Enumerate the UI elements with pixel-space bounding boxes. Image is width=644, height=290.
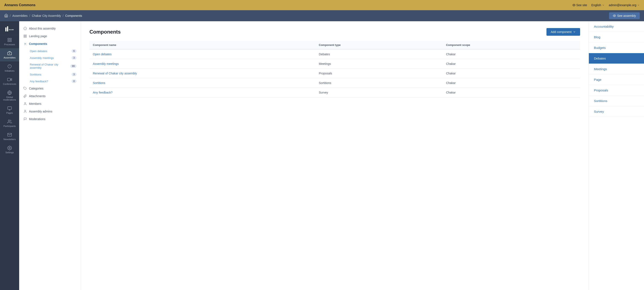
icon-sidebar: decidim Processes Assemblies Initiatives… — [0, 21, 19, 290]
col-component-name: Component name — [90, 41, 316, 49]
component-name-link[interactable]: Assembly meetings — [93, 62, 118, 65]
component-name-link[interactable]: Renewal of Chakar city assembly — [93, 72, 137, 75]
component-name-cell: Assembly meetings — [90, 59, 316, 69]
add-component-button[interactable]: Add component — [546, 28, 580, 36]
global-moderations-icon — [7, 90, 12, 95]
component-type-cell: Sortitions — [316, 78, 442, 88]
chakar-assembly-breadcrumb[interactable]: Chakar City Assembly — [32, 14, 61, 17]
language-link[interactable]: English — [592, 3, 604, 7]
nav-sub-sortitions[interactable]: Sortitions 3 — [19, 71, 81, 78]
table-row: Open debatesDebatesChakar — [90, 49, 580, 59]
sidebar-item-conferences[interactable]: Conferences — [0, 75, 19, 88]
see-site-link[interactable]: See site — [572, 3, 587, 7]
component-scope-cell: Chakar — [442, 69, 580, 78]
right-panel-item-page[interactable]: Page — [589, 74, 644, 85]
svg-point-22 — [8, 120, 10, 121]
chevron-down-icon-add — [573, 30, 576, 33]
svg-rect-29 — [25, 36, 26, 37]
participants-icon — [7, 119, 12, 124]
component-scope-cell: Chakar — [442, 59, 580, 69]
sidebar-item-assemblies[interactable]: Assemblies — [0, 48, 19, 61]
sidebar-item-participants[interactable]: Participants — [0, 117, 19, 130]
logo-icon: decidim — [5, 26, 14, 32]
page-title: Components — [90, 29, 121, 35]
right-panel-item-accountability[interactable]: Accountability — [589, 21, 644, 32]
sidebar-item-pages[interactable]: Pages — [0, 104, 19, 117]
nav-members[interactable]: Members — [19, 100, 81, 108]
nav-about[interactable]: About this assembly — [19, 25, 81, 32]
right-panel-item-meetings[interactable]: Meetings — [589, 64, 644, 74]
table-row: Renewal of Chakar city assemblyProposals… — [90, 69, 580, 78]
nav-sub-any-feedback[interactable]: Any feedback? 0 — [19, 78, 81, 85]
nav-moderations[interactable]: Moderations — [19, 115, 81, 123]
current-breadcrumb: Components — [65, 14, 82, 17]
table-body: Open debatesDebatesChakarAssembly meetin… — [90, 49, 580, 97]
svg-text:decidim: decidim — [9, 29, 14, 31]
svg-rect-3 — [7, 26, 8, 31]
svg-rect-6 — [10, 38, 11, 39]
sidebar-item-initiatives[interactable]: Initiatives — [0, 61, 19, 75]
nav-landing[interactable]: Landing page — [19, 32, 81, 40]
component-type-cell: Debates — [316, 49, 442, 59]
right-panel-item-budgets[interactable]: Budgets — [589, 42, 644, 53]
admin-link[interactable]: admin@example.org — [609, 3, 640, 7]
right-panel-item-survey[interactable]: Survey — [589, 106, 644, 117]
table-row: Any feedback?SurveyChakar — [90, 88, 580, 97]
pages-icon — [7, 106, 12, 111]
right-panel-item-debates[interactable]: Debates — [589, 53, 644, 64]
component-name-cell: Sortitions — [90, 78, 316, 88]
right-panel-item-sortitions[interactable]: Sortitions — [589, 96, 644, 106]
see-assembly-button[interactable]: See assembly — [609, 12, 640, 19]
svg-rect-16 — [8, 78, 10, 81]
component-name-link[interactable]: Open debates — [93, 52, 112, 56]
user-circle-icon — [24, 110, 27, 113]
nav-assembly-admins[interactable]: Assembly admins — [19, 108, 81, 115]
x-icon — [24, 42, 27, 45]
table-head: Component name Component type Component … — [90, 41, 580, 49]
components-table: Component name Component type Component … — [90, 41, 580, 97]
component-name-cell: Open debates — [90, 49, 316, 59]
sidebar-item-processes[interactable]: Processes — [0, 35, 19, 48]
top-bar: Annares Commons See site English admin@e… — [0, 0, 644, 10]
table-row: SortitionsSortitionsChakar — [90, 78, 580, 88]
nav-categories[interactable]: Categories — [19, 85, 81, 92]
nav-components[interactable]: Components — [19, 40, 81, 48]
nav-attachments[interactable]: Attachments — [19, 92, 81, 100]
component-name-link[interactable]: Any feedback? — [93, 91, 113, 94]
main-layout: decidim Processes Assemblies Initiatives… — [0, 21, 644, 290]
nav-sub-renewal[interactable]: Renewal of Chakar city assembly 99 — [19, 61, 81, 71]
assemblies-breadcrumb[interactable]: Assemblies — [12, 14, 28, 17]
component-scope-cell: Chakar — [442, 88, 580, 97]
nav-panel: About this assembly Landing page Compone… — [19, 21, 81, 290]
eye-icon-btn — [613, 14, 616, 17]
svg-rect-28 — [25, 35, 26, 36]
processes-icon — [7, 38, 12, 42]
svg-rect-2 — [5, 27, 6, 31]
sidebar-item-global-moderations[interactable]: Global moderations — [0, 88, 19, 104]
nav-sub-open-debates[interactable]: Open debates 6 — [19, 48, 81, 54]
svg-rect-5 — [8, 38, 9, 39]
svg-rect-30 — [24, 36, 25, 37]
home-link[interactable] — [4, 14, 8, 18]
sidebar-item-newsletters[interactable]: Newsletters — [0, 130, 19, 143]
grid-icon — [24, 34, 27, 38]
right-panel-item-blog[interactable]: Blog — [589, 32, 644, 42]
nav-sub-assembly-meetings[interactable]: Assembly meetings 3 — [19, 54, 81, 61]
chevron-down-icon-admin — [637, 4, 640, 6]
component-name-cell: Any feedback? — [90, 88, 316, 97]
home-icon — [4, 14, 8, 17]
tag-icon — [24, 87, 27, 90]
sidebar-item-settings[interactable]: Settings — [0, 143, 19, 156]
chevron-down-icon — [602, 4, 604, 6]
svg-rect-27 — [24, 35, 25, 36]
svg-point-34 — [24, 103, 26, 104]
assemblies-icon — [7, 51, 12, 55]
component-name-cell: Renewal of Chakar city assembly — [90, 69, 316, 78]
paperclip-icon — [24, 94, 27, 98]
content-area: Components Add component Component name … — [81, 21, 589, 290]
component-type-cell: Proposals — [316, 69, 442, 78]
right-panel-item-proposals[interactable]: Proposals — [589, 85, 644, 96]
breadcrumb: / Assemblies / Chakar City Assembly / Co… — [4, 14, 82, 18]
component-name-link[interactable]: Sortitions — [93, 81, 105, 85]
table-header-row: Component name Component type Component … — [90, 41, 580, 49]
